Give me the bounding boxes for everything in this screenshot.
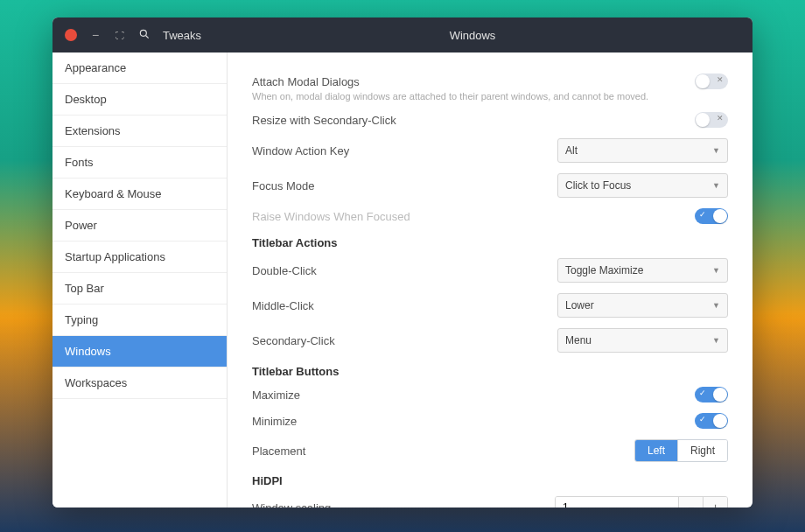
tweaks-window: − ⛶ Tweaks Windows Appearance Desktop Ex… bbox=[52, 18, 752, 508]
sidebar-item-keyboard-mouse[interactable]: Keyboard & Mouse bbox=[52, 178, 227, 210]
minimize-label: Minimize bbox=[252, 415, 695, 428]
page-title: Windows bbox=[228, 29, 718, 42]
app-name: Tweaks bbox=[163, 29, 201, 42]
sidebar-item-top-bar[interactable]: Top Bar bbox=[52, 273, 227, 304]
maximize-toggle[interactable] bbox=[695, 387, 728, 402]
window-scaling-label: Window scaling bbox=[252, 501, 555, 508]
window-action-key-dropdown[interactable]: Alt ▼ bbox=[557, 138, 728, 163]
sidebar-item-desktop[interactable]: Desktop bbox=[52, 84, 227, 116]
maximize-button[interactable]: ⛶ bbox=[114, 29, 126, 41]
caret-down-icon: ▼ bbox=[712, 146, 720, 155]
raise-focused-toggle[interactable] bbox=[695, 208, 728, 224]
attach-modal-label: Attach Modal Dialogs bbox=[252, 75, 695, 88]
resize-secondary-toggle[interactable] bbox=[695, 112, 728, 128]
window-scaling-decrement[interactable]: − bbox=[678, 497, 703, 508]
close-button[interactable] bbox=[65, 29, 77, 41]
sidebar-item-startup-applications[interactable]: Startup Applications bbox=[52, 242, 227, 273]
minimize-toggle[interactable] bbox=[695, 413, 728, 429]
middle-click-label: Middle-Click bbox=[252, 299, 557, 312]
svg-line-1 bbox=[146, 35, 149, 38]
window-action-key-value: Alt bbox=[565, 144, 578, 157]
focus-mode-dropdown[interactable]: Click to Focus ▼ bbox=[557, 173, 728, 198]
window-scaling-increment[interactable]: + bbox=[703, 497, 727, 508]
sidebar: Appearance Desktop Extensions Fonts Keyb… bbox=[52, 52, 228, 508]
caret-down-icon: ▼ bbox=[712, 181, 720, 190]
attach-modal-toggle[interactable] bbox=[695, 74, 728, 89]
sidebar-item-fonts[interactable]: Fonts bbox=[52, 147, 227, 178]
titlebar: − ⛶ Tweaks Windows bbox=[52, 18, 752, 52]
search-icon[interactable] bbox=[138, 28, 150, 43]
secondary-click-label: Secondary-Click bbox=[252, 334, 557, 347]
double-click-dropdown[interactable]: Toggle Maximize ▼ bbox=[557, 258, 728, 283]
sidebar-item-windows[interactable]: Windows bbox=[52, 336, 227, 368]
titlebar-actions-heading: Titlebar Actions bbox=[252, 229, 728, 253]
minimize-button[interactable]: − bbox=[89, 29, 102, 41]
window-scaling-input[interactable] bbox=[556, 497, 678, 508]
sidebar-item-power[interactable]: Power bbox=[52, 210, 227, 242]
sidebar-item-appearance[interactable]: Appearance bbox=[52, 52, 227, 84]
svg-point-0 bbox=[140, 30, 146, 36]
hidpi-heading: HiDPI bbox=[252, 467, 728, 491]
maximize-label: Maximize bbox=[252, 388, 695, 402]
double-click-value: Toggle Maximize bbox=[565, 264, 643, 276]
placement-label: Placement bbox=[252, 444, 634, 458]
placement-segmented: Left Right bbox=[634, 439, 728, 462]
sidebar-item-extensions[interactable]: Extensions bbox=[52, 116, 227, 147]
double-click-label: Double-Click bbox=[252, 264, 557, 277]
focus-mode-value: Click to Focus bbox=[565, 179, 631, 192]
middle-click-value: Lower bbox=[565, 299, 594, 312]
placement-left-button[interactable]: Left bbox=[635, 440, 677, 461]
attach-modal-desc: When on, modal dialog windows are attach… bbox=[252, 91, 728, 102]
middle-click-dropdown[interactable]: Lower ▼ bbox=[557, 293, 728, 318]
caret-down-icon: ▼ bbox=[712, 266, 720, 275]
window-action-key-label: Window Action Key bbox=[252, 144, 557, 158]
window-scaling-spinner: − + bbox=[555, 496, 728, 508]
secondary-click-dropdown[interactable]: Menu ▼ bbox=[557, 328, 728, 353]
focus-mode-label: Focus Mode bbox=[252, 179, 557, 192]
titlebar-buttons-heading: Titlebar Buttons bbox=[252, 358, 728, 382]
raise-focused-label: Raise Windows When Focused bbox=[252, 210, 695, 223]
caret-down-icon: ▼ bbox=[712, 301, 720, 310]
secondary-click-value: Menu bbox=[565, 334, 592, 346]
content: Attach Modal Dialogs When on, modal dial… bbox=[228, 52, 752, 508]
sidebar-item-typing[interactable]: Typing bbox=[52, 304, 227, 336]
placement-right-button[interactable]: Right bbox=[677, 440, 727, 461]
resize-secondary-label: Resize with Secondary-Click bbox=[252, 114, 695, 127]
sidebar-item-workspaces[interactable]: Workspaces bbox=[52, 368, 227, 399]
caret-down-icon: ▼ bbox=[712, 336, 720, 345]
